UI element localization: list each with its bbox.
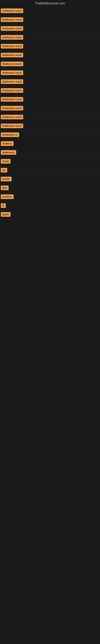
bottleneck-badge[interactable]: Bottler bbox=[1, 177, 12, 181]
bottleneck-badge[interactable]: Bottleneck result bbox=[1, 70, 23, 75]
result-row: Bottleneck result bbox=[0, 69, 100, 78]
bottleneck-badge[interactable]: Bo bbox=[1, 168, 7, 172]
result-row: Bo bbox=[0, 166, 100, 175]
result-row: Bottleneck result bbox=[0, 113, 100, 122]
bottleneck-badge[interactable]: Bott bbox=[1, 186, 9, 190]
bottleneck-badge[interactable]: Bottlene bbox=[1, 141, 14, 146]
result-row: Bottleneck result bbox=[0, 78, 100, 86]
bottleneck-badge[interactable]: Bottleneck re bbox=[1, 132, 19, 137]
bottleneck-badge[interactable]: Bottleneck result bbox=[1, 97, 23, 102]
result-row: Bottle bbox=[0, 210, 100, 219]
result-row: Bottleneck result bbox=[0, 42, 100, 51]
result-row: Bottleneck result bbox=[0, 34, 100, 42]
bottleneck-badge[interactable]: Bottlene bbox=[1, 194, 14, 199]
bottleneck-badge[interactable]: Bottleneck result bbox=[1, 8, 23, 13]
bottleneck-badge[interactable]: Bottleneck result bbox=[1, 26, 23, 31]
result-row: Bott bbox=[0, 184, 100, 193]
result-row: Bottler bbox=[0, 175, 100, 184]
bottleneck-badge[interactable]: Bottleneck result bbox=[1, 79, 23, 84]
bottleneck-badge[interactable]: Bottleneck result bbox=[1, 106, 23, 110]
bottleneck-badge[interactable]: Bottleneck result bbox=[1, 62, 23, 66]
bottleneck-badge[interactable]: Bottleneck result bbox=[1, 124, 23, 128]
result-row: Bottlene bbox=[0, 193, 100, 202]
result-row: Bottleneck result bbox=[0, 60, 100, 69]
result-row: Bottleneck result bbox=[0, 122, 100, 131]
bottleneck-badge[interactable]: Bottleneck result bbox=[1, 88, 23, 93]
result-row: Bottlene bbox=[0, 140, 100, 148]
result-row: B bbox=[0, 202, 100, 210]
site-title-text: TheBottlenecker.com bbox=[35, 2, 65, 5]
bottleneck-badge[interactable]: B bbox=[1, 203, 6, 208]
bottleneck-badge[interactable]: Bottleneck result bbox=[1, 35, 23, 40]
bottleneck-badge[interactable]: Bottle bbox=[1, 159, 11, 164]
bottleneck-badge[interactable]: Bottleneck result bbox=[1, 44, 23, 48]
bottleneck-badge[interactable]: Bottleneck result bbox=[1, 53, 23, 57]
result-row: Bottleneck result bbox=[0, 104, 100, 113]
result-row: Bottleneck result bbox=[0, 51, 100, 60]
result-row: Bottleneck result bbox=[0, 86, 100, 96]
bottleneck-badge[interactable]: Bottleneck result bbox=[1, 17, 23, 22]
bottleneck-badge[interactable]: Bottle bbox=[1, 212, 11, 217]
result-row: Bottleneck result bbox=[0, 16, 100, 24]
result-row: Bottleneck result bbox=[0, 24, 100, 34]
result-row: Bottleneck result bbox=[0, 7, 100, 16]
badges-container: Bottleneck resultBottleneck resultBottle… bbox=[0, 7, 100, 219]
result-row: Bottle bbox=[0, 158, 100, 166]
bottleneck-badge[interactable]: Bottleneck result bbox=[1, 115, 23, 119]
site-title: TheBottlenecker.com bbox=[0, 0, 100, 7]
result-row: Bottleneck bbox=[0, 148, 100, 158]
result-row: Bottleneck re bbox=[0, 131, 100, 140]
result-row: Bottleneck result bbox=[0, 96, 100, 104]
bottleneck-badge[interactable]: Bottleneck bbox=[1, 150, 16, 155]
